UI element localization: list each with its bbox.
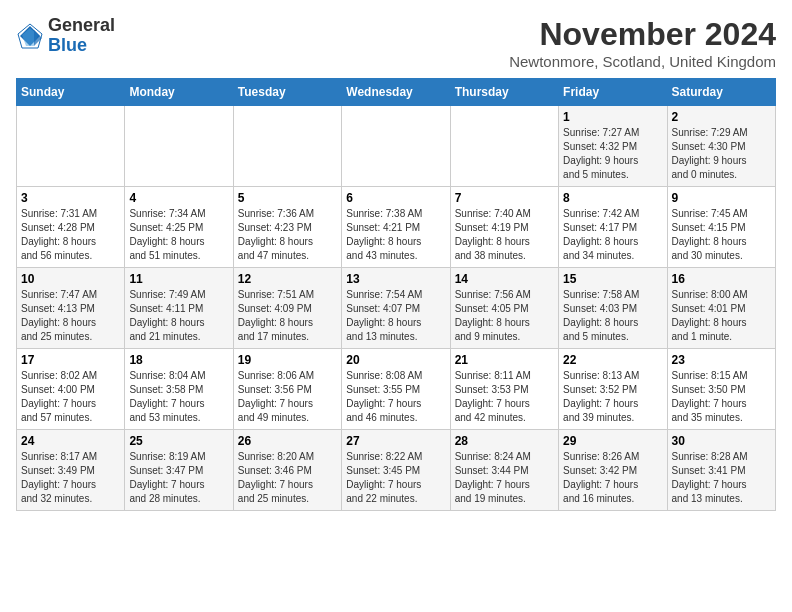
day-info: Sunrise: 7:27 AM Sunset: 4:32 PM Dayligh… [563,126,662,182]
logo-text: General Blue [48,16,115,56]
day-info: Sunrise: 7:51 AM Sunset: 4:09 PM Dayligh… [238,288,337,344]
calendar-cell: 28Sunrise: 8:24 AM Sunset: 3:44 PM Dayli… [450,430,558,511]
calendar-cell: 2Sunrise: 7:29 AM Sunset: 4:30 PM Daylig… [667,106,775,187]
calendar-cell: 9Sunrise: 7:45 AM Sunset: 4:15 PM Daylig… [667,187,775,268]
calendar-week-row: 10Sunrise: 7:47 AM Sunset: 4:13 PM Dayli… [17,268,776,349]
calendar-week-row: 24Sunrise: 8:17 AM Sunset: 3:49 PM Dayli… [17,430,776,511]
calendar-cell: 22Sunrise: 8:13 AM Sunset: 3:52 PM Dayli… [559,349,667,430]
calendar-cell: 12Sunrise: 7:51 AM Sunset: 4:09 PM Dayli… [233,268,341,349]
day-info: Sunrise: 8:13 AM Sunset: 3:52 PM Dayligh… [563,369,662,425]
day-number: 24 [21,434,120,448]
calendar-week-row: 1Sunrise: 7:27 AM Sunset: 4:32 PM Daylig… [17,106,776,187]
weekday-header-cell: Tuesday [233,79,341,106]
day-info: Sunrise: 8:08 AM Sunset: 3:55 PM Dayligh… [346,369,445,425]
day-info: Sunrise: 7:42 AM Sunset: 4:17 PM Dayligh… [563,207,662,263]
title-area: November 2024 Newtonmore, Scotland, Unit… [509,16,776,70]
calendar-cell: 7Sunrise: 7:40 AM Sunset: 4:19 PM Daylig… [450,187,558,268]
day-number: 15 [563,272,662,286]
day-number: 28 [455,434,554,448]
day-info: Sunrise: 8:06 AM Sunset: 3:56 PM Dayligh… [238,369,337,425]
calendar-cell: 21Sunrise: 8:11 AM Sunset: 3:53 PM Dayli… [450,349,558,430]
day-number: 19 [238,353,337,367]
calendar-cell: 29Sunrise: 8:26 AM Sunset: 3:42 PM Dayli… [559,430,667,511]
day-info: Sunrise: 7:29 AM Sunset: 4:30 PM Dayligh… [672,126,771,182]
day-info: Sunrise: 8:22 AM Sunset: 3:45 PM Dayligh… [346,450,445,506]
calendar-cell: 30Sunrise: 8:28 AM Sunset: 3:41 PM Dayli… [667,430,775,511]
day-number: 10 [21,272,120,286]
calendar-cell: 15Sunrise: 7:58 AM Sunset: 4:03 PM Dayli… [559,268,667,349]
day-info: Sunrise: 7:47 AM Sunset: 4:13 PM Dayligh… [21,288,120,344]
weekday-header-cell: Thursday [450,79,558,106]
day-info: Sunrise: 7:34 AM Sunset: 4:25 PM Dayligh… [129,207,228,263]
day-info: Sunrise: 8:20 AM Sunset: 3:46 PM Dayligh… [238,450,337,506]
logo-icon [16,22,44,50]
day-number: 29 [563,434,662,448]
day-info: Sunrise: 7:38 AM Sunset: 4:21 PM Dayligh… [346,207,445,263]
day-number: 3 [21,191,120,205]
day-number: 6 [346,191,445,205]
calendar-week-row: 17Sunrise: 8:02 AM Sunset: 4:00 PM Dayli… [17,349,776,430]
day-info: Sunrise: 7:49 AM Sunset: 4:11 PM Dayligh… [129,288,228,344]
calendar-cell [17,106,125,187]
day-number: 2 [672,110,771,124]
calendar-cell: 11Sunrise: 7:49 AM Sunset: 4:11 PM Dayli… [125,268,233,349]
day-info: Sunrise: 7:36 AM Sunset: 4:23 PM Dayligh… [238,207,337,263]
day-number: 5 [238,191,337,205]
calendar-cell: 25Sunrise: 8:19 AM Sunset: 3:47 PM Dayli… [125,430,233,511]
day-number: 27 [346,434,445,448]
calendar-cell: 23Sunrise: 8:15 AM Sunset: 3:50 PM Dayli… [667,349,775,430]
calendar-cell: 6Sunrise: 7:38 AM Sunset: 4:21 PM Daylig… [342,187,450,268]
day-info: Sunrise: 8:00 AM Sunset: 4:01 PM Dayligh… [672,288,771,344]
logo: General Blue [16,16,115,56]
day-number: 18 [129,353,228,367]
day-number: 4 [129,191,228,205]
month-title: November 2024 [509,16,776,53]
calendar-cell [125,106,233,187]
day-number: 26 [238,434,337,448]
day-number: 1 [563,110,662,124]
calendar-cell [450,106,558,187]
weekday-header-cell: Wednesday [342,79,450,106]
calendar-cell: 26Sunrise: 8:20 AM Sunset: 3:46 PM Dayli… [233,430,341,511]
calendar-cell: 27Sunrise: 8:22 AM Sunset: 3:45 PM Dayli… [342,430,450,511]
day-number: 12 [238,272,337,286]
calendar-cell: 13Sunrise: 7:54 AM Sunset: 4:07 PM Dayli… [342,268,450,349]
calendar-cell [342,106,450,187]
calendar-cell: 10Sunrise: 7:47 AM Sunset: 4:13 PM Dayli… [17,268,125,349]
day-info: Sunrise: 8:15 AM Sunset: 3:50 PM Dayligh… [672,369,771,425]
calendar-cell: 5Sunrise: 7:36 AM Sunset: 4:23 PM Daylig… [233,187,341,268]
location: Newtonmore, Scotland, United Kingdom [509,53,776,70]
calendar-body: 1Sunrise: 7:27 AM Sunset: 4:32 PM Daylig… [17,106,776,511]
calendar-cell: 17Sunrise: 8:02 AM Sunset: 4:00 PM Dayli… [17,349,125,430]
day-number: 14 [455,272,554,286]
day-number: 11 [129,272,228,286]
day-info: Sunrise: 7:58 AM Sunset: 4:03 PM Dayligh… [563,288,662,344]
weekday-header-cell: Friday [559,79,667,106]
day-info: Sunrise: 8:19 AM Sunset: 3:47 PM Dayligh… [129,450,228,506]
calendar-cell [233,106,341,187]
day-info: Sunrise: 7:45 AM Sunset: 4:15 PM Dayligh… [672,207,771,263]
day-info: Sunrise: 8:11 AM Sunset: 3:53 PM Dayligh… [455,369,554,425]
day-number: 21 [455,353,554,367]
day-number: 25 [129,434,228,448]
day-info: Sunrise: 8:28 AM Sunset: 3:41 PM Dayligh… [672,450,771,506]
day-info: Sunrise: 8:02 AM Sunset: 4:00 PM Dayligh… [21,369,120,425]
day-info: Sunrise: 7:54 AM Sunset: 4:07 PM Dayligh… [346,288,445,344]
day-info: Sunrise: 8:26 AM Sunset: 3:42 PM Dayligh… [563,450,662,506]
day-number: 13 [346,272,445,286]
weekday-header-cell: Sunday [17,79,125,106]
day-info: Sunrise: 8:24 AM Sunset: 3:44 PM Dayligh… [455,450,554,506]
calendar-cell: 19Sunrise: 8:06 AM Sunset: 3:56 PM Dayli… [233,349,341,430]
day-number: 17 [21,353,120,367]
calendar-cell: 24Sunrise: 8:17 AM Sunset: 3:49 PM Dayli… [17,430,125,511]
day-info: Sunrise: 7:40 AM Sunset: 4:19 PM Dayligh… [455,207,554,263]
calendar-cell: 4Sunrise: 7:34 AM Sunset: 4:25 PM Daylig… [125,187,233,268]
day-info: Sunrise: 7:31 AM Sunset: 4:28 PM Dayligh… [21,207,120,263]
calendar-cell: 16Sunrise: 8:00 AM Sunset: 4:01 PM Dayli… [667,268,775,349]
day-number: 23 [672,353,771,367]
day-number: 8 [563,191,662,205]
day-info: Sunrise: 8:04 AM Sunset: 3:58 PM Dayligh… [129,369,228,425]
calendar-cell: 20Sunrise: 8:08 AM Sunset: 3:55 PM Dayli… [342,349,450,430]
day-number: 30 [672,434,771,448]
day-number: 22 [563,353,662,367]
